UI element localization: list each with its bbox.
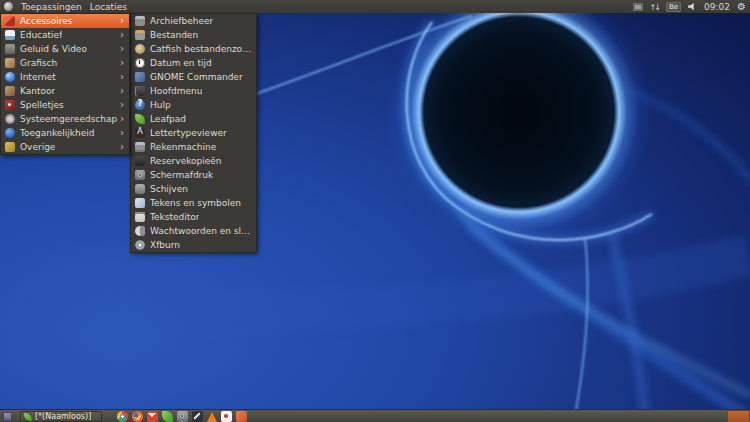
menu-item-label: Toegankelijkheid bbox=[20, 128, 95, 138]
software-launcher-icon[interactable] bbox=[236, 411, 247, 422]
network-arrows-icon[interactable] bbox=[650, 2, 659, 12]
display-icon[interactable] bbox=[633, 3, 643, 11]
submenu-arrow-icon: › bbox=[120, 86, 124, 96]
taskbar-launchers bbox=[117, 411, 247, 422]
category-item-sound-video[interactable]: Geluid & Video› bbox=[1, 42, 129, 56]
volume-icon[interactable] bbox=[688, 3, 697, 11]
leafpad-icon bbox=[24, 413, 32, 421]
menu-item-label: Bestanden bbox=[150, 30, 198, 40]
submenu-item-font-viewer[interactable]: Lettertypeviewer bbox=[131, 126, 256, 140]
submenu-arrow-icon: › bbox=[120, 114, 124, 124]
submenu-item-calculator[interactable]: Rekenmachine bbox=[131, 140, 256, 154]
task-button-naamloos[interactable]: [*(Naamloos)] bbox=[20, 411, 102, 422]
submenu-item-disks[interactable]: Schijven bbox=[131, 182, 256, 196]
show-desktop-icon[interactable] bbox=[3, 412, 12, 421]
gnome-commander-icon bbox=[135, 72, 145, 82]
session-gear-icon[interactable] bbox=[737, 2, 746, 12]
submenu-arrow-icon: › bbox=[120, 142, 124, 152]
characters-white-launcher-icon[interactable] bbox=[221, 411, 232, 422]
font-viewer-icon bbox=[135, 128, 145, 138]
menu-item-label: Accessoires bbox=[20, 16, 73, 26]
games-icon bbox=[5, 100, 15, 110]
category-item-office[interactable]: Kantoor› bbox=[1, 84, 129, 98]
submenu-item-gnome-commander[interactable]: GNOME Commander bbox=[131, 70, 256, 84]
submenu-item-passwords-keys[interactable]: Wachtwoorden en sleutels bbox=[131, 224, 256, 238]
chromium-launcher-icon[interactable] bbox=[117, 411, 128, 422]
top-panel-menus: Toepassingen Locaties bbox=[0, 2, 127, 12]
graphics-icon bbox=[5, 58, 15, 68]
submenu-item-characters[interactable]: Tekens en symbolen bbox=[131, 196, 256, 210]
leafpad-launcher-icon[interactable] bbox=[162, 411, 173, 422]
characters-icon bbox=[135, 198, 145, 208]
accessibility-icon bbox=[5, 128, 15, 138]
menu-locaties[interactable]: Locaties bbox=[90, 2, 127, 12]
applications-menu-icon[interactable] bbox=[4, 2, 13, 11]
submenu-item-xfburn[interactable]: Xfburn bbox=[131, 238, 256, 252]
category-item-internet[interactable]: Internet› bbox=[1, 70, 129, 84]
mail-launcher-icon[interactable] bbox=[147, 411, 158, 422]
disks-icon bbox=[135, 184, 145, 194]
submenu-arrow-icon: › bbox=[120, 16, 124, 26]
screenshot-launcher-icon[interactable] bbox=[177, 411, 188, 422]
task-button-label: [*(Naamloos)] bbox=[35, 412, 91, 421]
desktop: Toepassingen Locaties Be 09:02 Accessoir… bbox=[0, 0, 750, 422]
submenu-item-date-time[interactable]: Datum en tijd bbox=[131, 56, 256, 70]
keyboard-layout-badge[interactable]: Be bbox=[666, 2, 681, 12]
internet-icon bbox=[5, 72, 15, 82]
clock[interactable]: 09:02 bbox=[704, 2, 730, 12]
menu-toepassingen[interactable]: Toepassingen bbox=[21, 2, 82, 12]
submenu-item-leafpad[interactable]: Leafpad bbox=[131, 112, 256, 126]
menu-item-label: Leafpad bbox=[150, 114, 186, 124]
files-icon bbox=[135, 30, 145, 40]
accessories-submenu: ArchiefbeheerBestandenCatfish bestandenz… bbox=[130, 13, 257, 253]
menu-item-label: Datum en tijd bbox=[150, 58, 212, 68]
menu-item-label: Spelletjes bbox=[20, 100, 64, 110]
workspace-switcher[interactable] bbox=[727, 410, 750, 422]
menu-item-label: Catfish bestandenzoeker bbox=[150, 44, 252, 54]
accessories-icon bbox=[5, 16, 15, 26]
submenu-item-screenshot[interactable]: Schermafdruk bbox=[131, 168, 256, 182]
category-item-graphics[interactable]: Grafisch› bbox=[1, 56, 129, 70]
help-icon bbox=[135, 100, 145, 110]
category-item-system-tools[interactable]: Systeemgereedschap› bbox=[1, 112, 129, 126]
submenu-item-archive-manager[interactable]: Archiefbeheer bbox=[131, 14, 256, 28]
menu-item-label: Schermafdruk bbox=[150, 170, 213, 180]
catfish-icon bbox=[135, 44, 145, 54]
menu-item-label: Internet bbox=[20, 72, 56, 82]
submenu-item-help[interactable]: Hulp bbox=[131, 98, 256, 112]
category-item-education[interactable]: Educatief› bbox=[1, 28, 129, 42]
menu-item-label: Hulp bbox=[150, 100, 171, 110]
applications-menu: Accessoires›Educatief›Geluid & Video›Gra… bbox=[0, 13, 130, 155]
submenu-arrow-icon: › bbox=[120, 30, 124, 40]
menu-item-label: Tekens en symbolen bbox=[150, 198, 241, 208]
category-item-other[interactable]: Overige› bbox=[1, 140, 129, 154]
date-time-icon bbox=[135, 58, 145, 68]
category-item-accessories[interactable]: Accessoires› bbox=[1, 14, 129, 28]
menu-item-label: Grafisch bbox=[20, 58, 57, 68]
backups-icon bbox=[135, 156, 145, 166]
menu-item-label: GNOME Commander bbox=[150, 72, 243, 82]
leafpad-icon bbox=[135, 114, 145, 124]
office-icon bbox=[5, 86, 15, 96]
vlc-launcher-icon[interactable] bbox=[207, 412, 217, 422]
menu-item-label: Xfburn bbox=[150, 240, 180, 250]
submenu-item-text-editor[interactable]: Teksteditor bbox=[131, 210, 256, 224]
firefox-launcher-icon[interactable] bbox=[132, 411, 143, 422]
menu-item-label: Systeemgereedschap bbox=[20, 114, 117, 124]
submenu-arrow-icon: › bbox=[120, 58, 124, 68]
bottom-panel: [*(Naamloos)] bbox=[0, 409, 750, 422]
text-editor-dark-launcher-icon[interactable] bbox=[192, 411, 203, 422]
submenu-item-files[interactable]: Bestanden bbox=[131, 28, 256, 42]
sound-video-icon bbox=[5, 44, 15, 54]
submenu-item-catfish[interactable]: Catfish bestandenzoeker bbox=[131, 42, 256, 56]
submenu-arrow-icon: › bbox=[120, 44, 124, 54]
category-item-games[interactable]: Spelletjes› bbox=[1, 98, 129, 112]
menu-item-label: Kantoor bbox=[20, 86, 55, 96]
passwords-keys-icon bbox=[135, 226, 145, 236]
top-panel-indicators: Be 09:02 bbox=[633, 2, 750, 12]
category-item-accessibility[interactable]: Toegankelijkheid› bbox=[1, 126, 129, 140]
submenu-item-main-menu[interactable]: Hoofdmenu bbox=[131, 84, 256, 98]
submenu-arrow-icon: › bbox=[120, 100, 124, 110]
submenu-item-backups[interactable]: Reservekopieën bbox=[131, 154, 256, 168]
menu-item-label: Teksteditor bbox=[150, 212, 199, 222]
